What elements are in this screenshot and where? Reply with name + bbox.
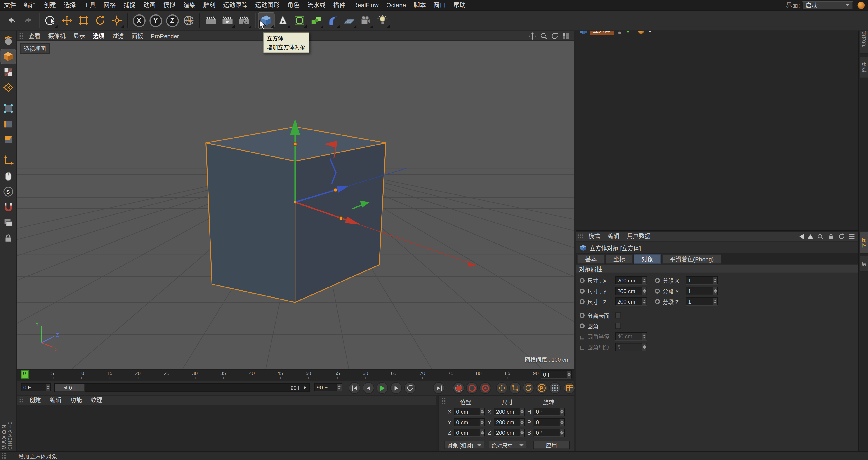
lock-icon[interactable]: [828, 233, 834, 239]
pos-y-field[interactable]: 0 cm: [454, 418, 485, 427]
rot-b-field[interactable]: 0 °: [534, 429, 565, 437]
lock-z-axis-button[interactable]: Z: [164, 13, 180, 28]
menu-create[interactable]: 创建: [40, 0, 60, 10]
open-timeline-button[interactable]: [563, 382, 575, 394]
goto-start-button[interactable]: [349, 382, 360, 394]
zoom-view-icon[interactable]: [540, 32, 548, 39]
panel-menu-icon[interactable]: [848, 233, 855, 239]
menu-character[interactable]: 角色: [283, 0, 303, 10]
menu-snap[interactable]: 捕捉: [120, 0, 140, 10]
key-parameter-toggle[interactable]: P: [536, 382, 548, 394]
mat-menu-edit[interactable]: 编辑: [45, 395, 66, 405]
snap-enable-button[interactable]: S: [1, 184, 16, 199]
menu-mesh[interactable]: 网格: [100, 0, 120, 10]
timeline-ruler[interactable]: 0 5 10 15 20 25 30 35 40 45 50 55 60 65 …: [17, 369, 574, 380]
mat-menu-create[interactable]: 创建: [25, 395, 45, 405]
menu-help[interactable]: 帮助: [450, 0, 469, 10]
gizmo-center[interactable]: [293, 201, 296, 204]
seg-y-field[interactable]: 1: [686, 287, 718, 295]
separate-surfaces-checkbox[interactable]: [615, 312, 621, 318]
object-properties-header[interactable]: 对象属性: [576, 264, 859, 273]
stepper[interactable]: [519, 419, 524, 426]
edges-mode-button[interactable]: [1, 117, 16, 132]
spline-pen-button[interactable]: [275, 13, 291, 28]
stepper[interactable]: [712, 287, 717, 295]
coords-size-mode-select[interactable]: 绝对尺寸: [489, 441, 526, 449]
stepper[interactable]: [712, 298, 717, 305]
subdivision-surface-button[interactable]: [292, 13, 307, 28]
redo-button[interactable]: [21, 13, 36, 28]
menu-file[interactable]: 文件: [0, 0, 20, 10]
rotate-tool-button[interactable]: [92, 13, 108, 28]
texture-mode-button[interactable]: [1, 65, 16, 79]
menu-script[interactable]: 脚本: [410, 0, 430, 10]
size-z-field[interactable]: 200 cm: [494, 429, 525, 437]
sync-icon[interactable]: [838, 233, 845, 239]
panel-grip[interactable]: [18, 32, 23, 39]
stepper[interactable]: [642, 287, 647, 295]
interface-layout-select[interactable]: 启动: [802, 1, 853, 9]
nav-up-icon[interactable]: [808, 234, 813, 238]
am-menu-mode[interactable]: 模式: [585, 231, 604, 241]
seg-x-field[interactable]: 1: [686, 276, 718, 285]
workplane-mode-button[interactable]: [1, 80, 16, 95]
mat-menu-function[interactable]: 功能: [66, 395, 86, 405]
size-y-attr-field[interactable]: 200 cm: [615, 287, 647, 295]
autokey-button[interactable]: [466, 382, 477, 394]
coords-mode-select[interactable]: 对象 (相对): [445, 441, 485, 449]
generator-button[interactable]: [308, 13, 324, 28]
vp-menu-view[interactable]: 查看: [25, 31, 44, 41]
am-menu-edit[interactable]: 编辑: [604, 231, 623, 241]
panel-grip[interactable]: [578, 233, 583, 239]
ruler-frame-field[interactable]: 0 F: [541, 370, 572, 379]
tab-phong[interactable]: 平滑着色(Phong): [662, 254, 721, 264]
lock-button[interactable]: [1, 231, 16, 246]
render-picture-viewer-button[interactable]: [220, 13, 235, 28]
object-manager-list[interactable]: 立方体 ✓: [576, 24, 859, 230]
pos-x-field[interactable]: 0 cm: [454, 407, 485, 416]
rot-p-field[interactable]: 0 °: [534, 418, 565, 427]
mat-menu-texture[interactable]: 纹理: [86, 395, 107, 405]
menu-motion-tracker[interactable]: 运动跟踪: [219, 0, 251, 10]
record-keyframe-button[interactable]: [453, 382, 464, 394]
play-mode-button[interactable]: [404, 382, 416, 394]
stepper[interactable]: [519, 429, 524, 436]
record-options-button[interactable]: [479, 382, 491, 394]
y-scale-handle[interactable]: [293, 142, 297, 146]
stepper[interactable]: [479, 429, 485, 436]
lock-y-axis-button[interactable]: Y: [148, 13, 163, 28]
vp-menu-display[interactable]: 显示: [69, 31, 89, 41]
key-rotation-toggle[interactable]: [523, 382, 534, 394]
viewport[interactable]: Y Z X 透视视图 网格间距 : 100 cm: [17, 41, 574, 369]
menu-plugins[interactable]: 插件: [329, 0, 349, 10]
vp-menu-filter[interactable]: 过滤: [108, 31, 128, 41]
camera-button[interactable]: [358, 13, 374, 28]
rot-h-field[interactable]: 0 °: [534, 407, 565, 416]
polygons-mode-button[interactable]: [1, 132, 16, 147]
end-frame-field[interactable]: 90 F: [314, 383, 342, 392]
vp-menu-options[interactable]: 选项: [89, 31, 108, 41]
panel-grip[interactable]: [442, 398, 447, 404]
render-view-button[interactable]: [203, 13, 219, 28]
size-z-attr-field[interactable]: 200 cm: [615, 297, 647, 306]
menu-edit[interactable]: 编辑: [20, 0, 40, 10]
tab-structure[interactable]: 构造: [860, 56, 868, 78]
panel-grip[interactable]: [18, 397, 23, 403]
deformer-button[interactable]: [325, 13, 341, 28]
anim-toggle-icon[interactable]: [580, 278, 585, 283]
environment-button[interactable]: [342, 13, 357, 28]
points-mode-button[interactable]: [1, 101, 16, 116]
apply-button[interactable]: 应用: [533, 441, 569, 449]
viewport-scene[interactable]: Y Z X: [17, 41, 574, 369]
anim-toggle-icon[interactable]: [655, 278, 660, 283]
vp-menu-prorender[interactable]: ProRender: [147, 31, 183, 41]
menu-pipeline[interactable]: 流水线: [303, 0, 329, 10]
search-icon[interactable]: [817, 233, 824, 239]
enable-axis-button[interactable]: [1, 153, 16, 168]
goto-end-button[interactable]: [433, 382, 444, 394]
history-back-icon[interactable]: [799, 233, 804, 239]
anim-toggle-icon[interactable]: [580, 299, 585, 304]
size-y-field[interactable]: 200 cm: [494, 418, 525, 427]
undo-button[interactable]: [4, 13, 20, 28]
viewport-solo-button[interactable]: [1, 169, 16, 183]
